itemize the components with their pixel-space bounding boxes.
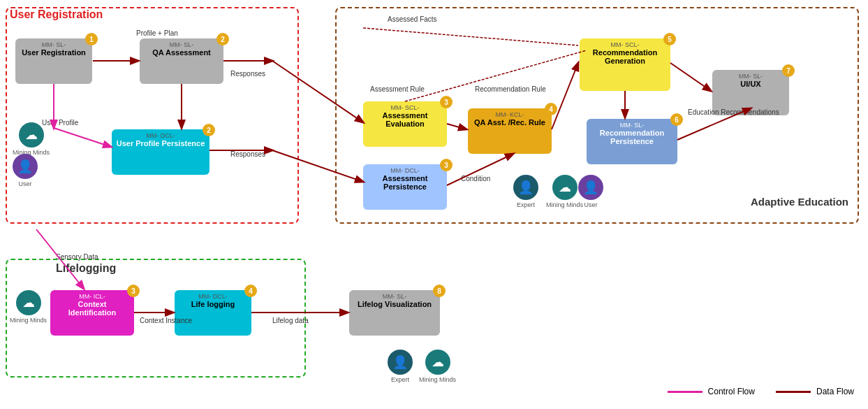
label-assessed-facts: Assessed Facts (388, 15, 437, 23)
badge-4b: 4 (244, 285, 257, 297)
legend-data-flow: Data Flow (776, 387, 854, 396)
box-recommendation-persistence: 6 MM- SL- Recommendation Persistence (587, 119, 677, 164)
avatar-mining-minds-3: ☁ Mining Minds (10, 290, 47, 324)
label-assessment-rule: Assessment Rule (370, 85, 425, 93)
badge-6: 6 (670, 113, 683, 126)
legend: Control Flow Data Flow (668, 387, 854, 396)
label-responses1: Responses (230, 70, 265, 78)
box-lifelog-visualization: 8 MM- SL- Lifelog Visualization (349, 290, 440, 336)
diagram-container: User Registration Adaptive Education Lif… (0, 0, 868, 409)
badge-3a: 3 (440, 96, 453, 108)
avatar-mining-minds-1: ☁ Mining Minds (13, 122, 50, 156)
box-context-identification: 3 MM- ICL- Context Identification (50, 290, 134, 336)
avatar-expert-1: 👤 Expert (513, 175, 538, 208)
label-recommendation-rule: Recommendation Rule (475, 85, 546, 93)
avatar-mining-minds-4: ☁ Mining Minds (419, 350, 456, 383)
box-qa-assessment: 2 MM- SL- QA Assessment (140, 38, 223, 84)
box-assessment-evaluation: 3 MM- SCL- Assessment Evaluation (363, 101, 447, 147)
avatar-user-2: 👤 User (578, 175, 603, 208)
badge-7: 7 (782, 64, 795, 77)
avatar-user-1: 👤 User (13, 154, 38, 187)
badge-1: 1 (85, 33, 98, 45)
box-assessment-persistence: 3 MM- DCL- Assessment Persistence (363, 164, 447, 210)
box-user-profile-persistence: 2 MM- DCL- User Profile Persistence (112, 129, 209, 175)
label-profile-plan: Profile + Plan (136, 29, 178, 37)
badge-8: 8 (433, 285, 446, 297)
badge-3c: 3 (127, 285, 140, 297)
legend-data-flow-label: Data Flow (816, 387, 854, 396)
badge-2a: 2 (216, 33, 229, 45)
badge-5: 5 (663, 33, 676, 45)
legend-control-flow-label: Control Flow (708, 387, 755, 396)
legend-control-flow: Control Flow (668, 387, 755, 396)
box-user-registration: 1 MM- SL- User Registration (15, 38, 92, 84)
label-condition: Condition (461, 175, 490, 182)
title-lifelogging: Lifelogging (56, 262, 116, 275)
badge-3b: 3 (440, 159, 453, 171)
label-sensory-data: Sensory Data (56, 253, 98, 261)
label-lifelog-data: Lifelog data (272, 317, 309, 324)
avatar-expert-2: 👤 Expert (388, 350, 413, 383)
label-education-recommendations: Education Recommendations (688, 108, 779, 116)
title-user-registration: User Registration (10, 8, 103, 21)
badge-2b: 2 (203, 124, 215, 136)
label-responses2: Responses (230, 150, 265, 158)
label-context-instance: Context Instance (140, 317, 192, 324)
box-life-logging: 4 MM- DCL- Life logging (175, 290, 251, 336)
title-adaptive-education: Adaptive Education (751, 196, 848, 208)
box-qa-rec-rule: 4 MM- KCL- QA Asst. /Rec. Rule (468, 108, 552, 154)
box-recommendation-generation: 5 MM- SCL- Recommendation Generation (580, 38, 670, 91)
badge-4: 4 (545, 103, 557, 115)
